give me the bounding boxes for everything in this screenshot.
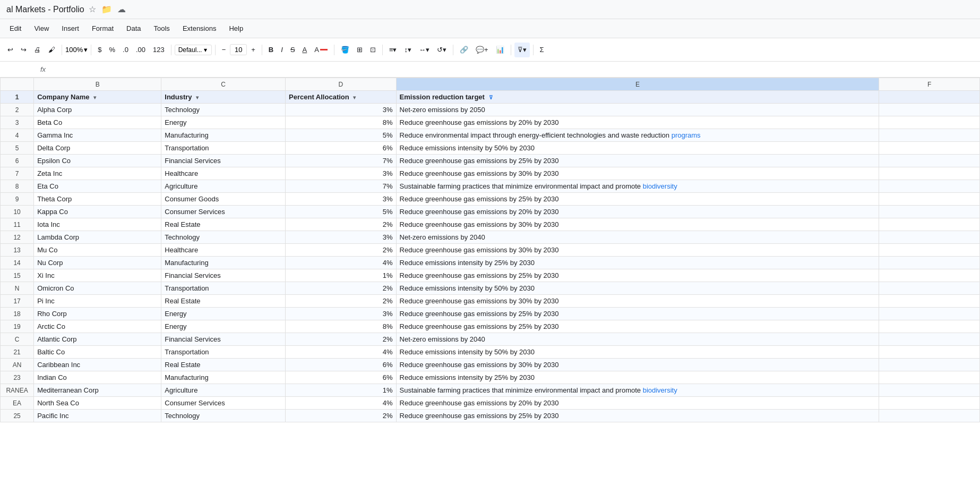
header-emission-target[interactable]: Emission reduction target ⊽ bbox=[396, 91, 879, 104]
menu-edit[interactable]: Edit bbox=[4, 22, 27, 35]
chart-button[interactable]: 📊 bbox=[493, 42, 508, 57]
percent-allocation-cell[interactable]: 8% bbox=[286, 320, 397, 333]
emission-target-cell[interactable]: Reduce greenhouse gas emissions by 30% b… bbox=[396, 167, 879, 180]
cloud-icon[interactable]: ☁ bbox=[117, 4, 126, 14]
percent-allocation-cell[interactable]: 7% bbox=[286, 180, 397, 193]
company-name-cell[interactable]: Pi Inc bbox=[34, 295, 161, 308]
emission-target-cell[interactable]: Reduce greenhouse gas emissions by 20% b… bbox=[396, 397, 879, 410]
currency-button[interactable]: $ bbox=[94, 42, 105, 57]
decimal-dec-button[interactable]: .0 bbox=[119, 42, 132, 57]
company-name-cell[interactable]: Nu Corp bbox=[34, 257, 161, 269]
emission-target-cell[interactable]: Reduce greenhouse gas emissions by 25% b… bbox=[396, 308, 879, 320]
company-name-cell[interactable]: Theta Corp bbox=[34, 193, 161, 206]
valign-button[interactable]: ↕▾ bbox=[401, 42, 415, 57]
menu-data[interactable]: Data bbox=[121, 22, 146, 35]
text-color-button[interactable]: A bbox=[311, 42, 331, 57]
industry-cell[interactable]: Consumer Services bbox=[161, 397, 286, 410]
emission-target-cell[interactable]: Reduce emissions intensity by 25% by 203… bbox=[396, 257, 879, 269]
percent-allocation-cell[interactable]: 2% bbox=[286, 295, 397, 308]
col-header-e[interactable]: E bbox=[396, 78, 879, 91]
company-name-cell[interactable]: Baltic Co bbox=[34, 346, 161, 359]
company-name-cell[interactable]: Arctic Co bbox=[34, 320, 161, 333]
industry-cell[interactable]: Transportation bbox=[161, 282, 286, 295]
spreadsheet-area[interactable]: B C D E F 1 Company Name ▾ Industry ▾ bbox=[0, 78, 980, 493]
menu-extensions[interactable]: Extensions bbox=[177, 22, 222, 35]
emission-target-cell[interactable]: Reduce emissions intensity by 50% by 203… bbox=[396, 282, 879, 295]
emission-target-cell[interactable]: Reduce greenhouse gas emissions by 30% b… bbox=[396, 295, 879, 308]
percent-filter-icon[interactable]: ▾ bbox=[353, 95, 356, 100]
menu-format[interactable]: Format bbox=[87, 22, 119, 35]
industry-cell[interactable]: Technology bbox=[161, 231, 286, 244]
percent-allocation-cell[interactable]: 1% bbox=[286, 269, 397, 282]
company-name-cell[interactable]: Mediterranean Corp bbox=[34, 384, 161, 397]
company-name-cell[interactable]: Mu Co bbox=[34, 244, 161, 257]
comment-button[interactable]: 💬+ bbox=[472, 42, 492, 57]
decimal-inc-button[interactable]: .00 bbox=[133, 42, 149, 57]
header-industry[interactable]: Industry ▾ bbox=[161, 91, 286, 104]
percent-allocation-cell[interactable]: 4% bbox=[286, 346, 397, 359]
menu-help[interactable]: Help bbox=[223, 22, 248, 35]
percent-allocation-cell[interactable]: 2% bbox=[286, 410, 397, 422]
company-name-cell[interactable]: Delta Corp bbox=[34, 142, 161, 155]
emission-target-cell[interactable]: Reduce greenhouse gas emissions by 25% b… bbox=[396, 410, 879, 422]
borders-button[interactable]: ⊞ bbox=[354, 42, 366, 57]
font-size-increase-button[interactable]: + bbox=[248, 42, 259, 57]
company-name-cell[interactable]: Xi Inc bbox=[34, 269, 161, 282]
percent-button[interactable]: % bbox=[106, 42, 118, 57]
industry-cell[interactable]: Consumer Services bbox=[161, 206, 286, 218]
company-name-cell[interactable]: Alpha Corp bbox=[34, 104, 161, 116]
emission-target-cell[interactable]: Reduce environmental impact through ener… bbox=[396, 129, 879, 142]
industry-cell[interactable]: Transportation bbox=[161, 142, 286, 155]
header-company-name[interactable]: Company Name ▾ bbox=[34, 91, 161, 104]
percent-allocation-cell[interactable]: 6% bbox=[286, 371, 397, 384]
link-text[interactable]: biodiversity bbox=[643, 182, 677, 190]
percent-allocation-cell[interactable]: 3% bbox=[286, 167, 397, 180]
percent-allocation-cell[interactable]: 3% bbox=[286, 231, 397, 244]
font-size-decrease-button[interactable]: − bbox=[219, 42, 229, 57]
company-name-cell[interactable]: Indian Co bbox=[34, 371, 161, 384]
font-dropdown[interactable]: Defaul... ▾ bbox=[175, 45, 212, 55]
percent-allocation-cell[interactable]: 1% bbox=[286, 384, 397, 397]
percent-allocation-cell[interactable]: 8% bbox=[286, 116, 397, 129]
col-header-c[interactable]: C bbox=[161, 78, 286, 91]
industry-cell[interactable]: Technology bbox=[161, 410, 286, 422]
industry-cell[interactable]: Financial Services bbox=[161, 333, 286, 346]
percent-allocation-cell[interactable]: 3% bbox=[286, 308, 397, 320]
industry-cell[interactable]: Financial Services bbox=[161, 155, 286, 167]
zoom-control[interactable]: 100% ▾ bbox=[65, 46, 88, 54]
wrap-button[interactable]: ↔▾ bbox=[416, 42, 433, 57]
percent-allocation-cell[interactable]: 6% bbox=[286, 359, 397, 371]
emission-target-cell[interactable]: Reduce greenhouse gas emissions by 25% b… bbox=[396, 269, 879, 282]
industry-cell[interactable]: Energy bbox=[161, 320, 286, 333]
col-header-b[interactable]: B bbox=[34, 78, 161, 91]
company-name-cell[interactable]: North Sea Co bbox=[34, 397, 161, 410]
industry-cell[interactable]: Financial Services bbox=[161, 269, 286, 282]
company-name-cell[interactable]: Zeta Inc bbox=[34, 167, 161, 180]
industry-cell[interactable]: Manufacturing bbox=[161, 129, 286, 142]
link-text[interactable]: biodiversity bbox=[643, 386, 677, 394]
company-name-cell[interactable]: Beta Co bbox=[34, 116, 161, 129]
percent-allocation-cell[interactable]: 2% bbox=[286, 282, 397, 295]
company-name-cell[interactable]: Rho Corp bbox=[34, 308, 161, 320]
company-name-cell[interactable]: Pacific Inc bbox=[34, 410, 161, 422]
company-name-cell[interactable]: Gamma Inc bbox=[34, 129, 161, 142]
industry-cell[interactable]: Real Estate bbox=[161, 218, 286, 231]
rotate-button[interactable]: ↺▾ bbox=[434, 42, 450, 57]
sum-button[interactable]: Σ bbox=[537, 42, 547, 57]
company-name-cell[interactable]: Epsilon Co bbox=[34, 155, 161, 167]
emission-target-cell[interactable]: Reduce emissions intensity by 50% by 203… bbox=[396, 346, 879, 359]
underline-button[interactable]: A bbox=[299, 42, 311, 57]
percent-allocation-cell[interactable]: 6% bbox=[286, 142, 397, 155]
bold-button[interactable]: B bbox=[265, 42, 277, 57]
industry-cell[interactable]: Manufacturing bbox=[161, 371, 286, 384]
emission-target-cell[interactable]: Net-zero emissions by 2050 bbox=[396, 104, 879, 116]
menu-view[interactable]: View bbox=[29, 22, 54, 35]
paint-format-button[interactable]: 🖌 bbox=[45, 42, 58, 57]
undo-button[interactable]: ↩ bbox=[4, 42, 16, 57]
emission-target-cell[interactable]: Reduce greenhouse gas emissions by 25% b… bbox=[396, 320, 879, 333]
emission-target-cell[interactable]: Reduce greenhouse gas emissions by 30% b… bbox=[396, 359, 879, 371]
link-button[interactable]: 🔗 bbox=[457, 42, 471, 57]
emission-target-cell[interactable]: Reduce greenhouse gas emissions by 25% b… bbox=[396, 155, 879, 167]
emission-target-cell[interactable]: Net-zero emissions by 2040 bbox=[396, 231, 879, 244]
company-name-cell[interactable]: Atlantic Corp bbox=[34, 333, 161, 346]
